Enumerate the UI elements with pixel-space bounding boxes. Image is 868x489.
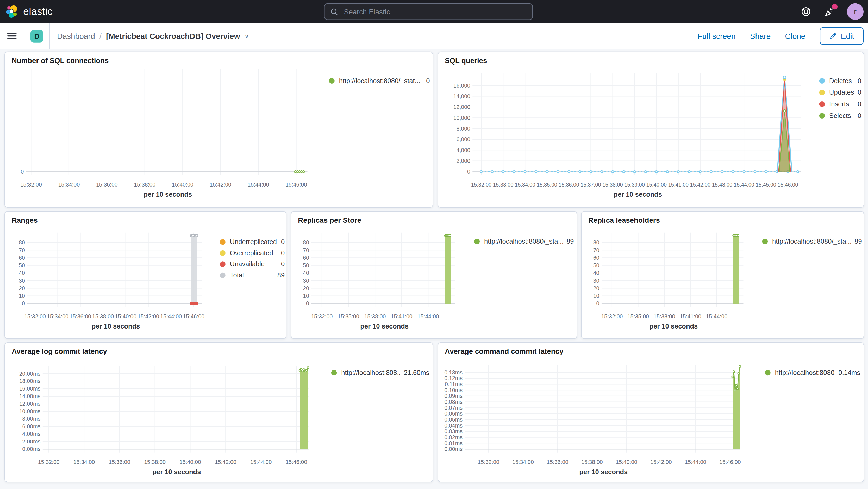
legend-item[interactable]: Total89	[220, 272, 285, 279]
elastic-logo-group[interactable]: elastic	[5, 5, 53, 18]
legend-dot-icon	[220, 239, 225, 245]
panel-sql-queries: SQL queries 15:32:0015:33:0015:34:0015:3…	[437, 52, 864, 208]
svg-text:16,000: 16,000	[454, 83, 470, 89]
dashboard-toolbar: D Dashboard / [Metricbeat CockroachDB] O…	[0, 23, 868, 49]
svg-text:15:46:00: 15:46:00	[719, 459, 741, 465]
breadcrumb-dashboard-link[interactable]: Dashboard	[57, 32, 95, 40]
svg-text:15:42:00: 15:42:00	[137, 313, 159, 320]
svg-text:15:32:00: 15:32:00	[477, 459, 499, 465]
svg-text:0.00ms: 0.00ms	[22, 446, 41, 452]
svg-text:15:32:00: 15:32:00	[471, 182, 492, 188]
global-search[interactable]	[324, 3, 533, 20]
search-icon	[330, 7, 339, 16]
chart-replicas-per-store[interactable]: 15:32:0015:35:0015:38:0015:41:0015:44:00…	[291, 212, 577, 338]
legend-item[interactable]: Underreplicated0	[220, 238, 285, 246]
svg-text:30: 30	[19, 278, 25, 284]
svg-text:15:33:00: 15:33:00	[493, 182, 514, 188]
legend-item[interactable]: Inserts0	[819, 100, 862, 108]
svg-text:70: 70	[593, 247, 599, 253]
edit-button[interactable]: Edit	[820, 27, 864, 45]
panel-title[interactable]: Number of SQL connections	[12, 57, 109, 65]
chart-average-log-commit-latency[interactable]: 15:32:0015:34:0015:36:0015:38:0015:40:00…	[5, 343, 433, 482]
chart-legend: http://localhost:808...21.60ms	[331, 369, 429, 377]
svg-text:per 10 seconds: per 10 seconds	[614, 191, 662, 198]
chart-ranges[interactable]: 15:32:0015:34:0015:36:0015:38:0015:40:00…	[5, 212, 286, 338]
svg-text:0: 0	[306, 300, 309, 307]
panel-number-of-sql-connections: Number of SQL connections 15:32:0015:34:…	[4, 52, 433, 208]
legend-item[interactable]: http://localhost:808...21.60ms	[331, 369, 429, 377]
panel-title[interactable]: Average command commit latency	[445, 347, 563, 356]
chart-replica-leaseholders[interactable]: 15:32:0015:35:0015:38:0015:41:0015:44:00…	[582, 212, 864, 338]
search-input[interactable]	[343, 7, 527, 17]
page-title[interactable]: [Metricbeat CockroachDB] Overview	[106, 32, 240, 40]
svg-text:per 10 seconds: per 10 seconds	[650, 323, 698, 330]
breadcrumb: Dashboard / [Metricbeat CockroachDB] Ove…	[57, 32, 249, 40]
svg-text:4.00ms: 4.00ms	[22, 431, 41, 437]
svg-text:15:42:00: 15:42:00	[215, 459, 237, 465]
panel-title[interactable]: SQL queries	[445, 57, 487, 65]
full-screen-button[interactable]: Full screen	[698, 32, 736, 40]
space-badge[interactable]: D	[30, 30, 43, 42]
svg-text:0.05ms: 0.05ms	[444, 417, 463, 423]
legend-item[interactable]: Unavailable0	[220, 260, 285, 268]
svg-text:2,000: 2,000	[457, 158, 470, 164]
chart-sql-queries[interactable]: 15:32:0015:33:0015:34:0015:35:0015:36:00…	[438, 52, 864, 207]
legend-item[interactable]: Overreplicated0	[220, 249, 285, 257]
chart-legend: http://localhost:8080/_sta...89	[474, 238, 574, 245]
legend-item[interactable]: http://localhost:8080/_stat...0	[329, 77, 430, 85]
svg-text:80: 80	[303, 239, 309, 246]
svg-text:2.00ms: 2.00ms	[22, 438, 41, 445]
legend-value: 0	[854, 89, 861, 96]
svg-text:15:34:00: 15:34:00	[512, 459, 534, 465]
chart-canvas: 15:32:0015:35:0015:38:0015:41:0015:44:00…	[582, 212, 865, 339]
legend-label: http://localhost:8080/_sta...	[772, 238, 851, 245]
legend-item[interactable]: http://localhost:8080/_sta...89	[762, 238, 862, 245]
legend-item[interactable]: Updates0	[819, 89, 862, 96]
legend-item[interactable]: http://localhost:8080...0.14ms	[765, 369, 860, 377]
legend-item[interactable]: Deletes0	[819, 77, 862, 85]
svg-text:15:38:00: 15:38:00	[654, 313, 675, 320]
legend-dot-icon	[819, 101, 825, 107]
svg-text:15:38:00: 15:38:00	[581, 459, 603, 465]
svg-text:15:43:00: 15:43:00	[712, 182, 733, 188]
svg-text:10: 10	[303, 293, 309, 299]
avatar[interactable]: r	[847, 3, 864, 20]
svg-text:15:32:00: 15:32:00	[311, 313, 333, 320]
svg-text:0.03ms: 0.03ms	[444, 428, 463, 434]
svg-text:0.01ms: 0.01ms	[444, 440, 463, 447]
legend-item[interactable]: http://localhost:8080/_sta...89	[474, 238, 574, 245]
svg-text:20: 20	[303, 285, 309, 292]
legend-dot-icon	[819, 90, 825, 95]
svg-text:15:32:00: 15:32:00	[20, 182, 42, 188]
svg-text:30: 30	[303, 278, 309, 284]
legend-item[interactable]: Selects0	[819, 112, 862, 120]
svg-text:per 10 seconds: per 10 seconds	[153, 468, 201, 476]
svg-text:60: 60	[19, 255, 25, 261]
news-icon[interactable]	[824, 6, 835, 17]
share-button[interactable]: Share	[750, 32, 771, 40]
legend-value: 21.60ms	[401, 369, 429, 377]
svg-text:per 10 seconds: per 10 seconds	[360, 323, 409, 330]
chevron-down-icon[interactable]: ∨	[245, 32, 249, 40]
pencil-icon	[829, 32, 837, 40]
panel-title[interactable]: Average log commit latency	[12, 347, 107, 356]
panel-title[interactable]: Ranges	[12, 216, 38, 224]
panel-title[interactable]: Replicas per Store	[298, 216, 361, 224]
svg-text:15:41:00: 15:41:00	[391, 313, 412, 320]
svg-text:15:36:00: 15:36:00	[69, 313, 91, 320]
svg-text:15:42:00: 15:42:00	[650, 459, 672, 465]
svg-text:15:44:00: 15:44:00	[250, 459, 272, 465]
clone-button[interactable]: Clone	[785, 32, 806, 40]
chart-average-command-commit-latency[interactable]: 15:32:0015:34:0015:36:0015:38:0015:40:00…	[438, 343, 864, 482]
chart-canvas: 15:32:0015:35:0015:38:0015:41:0015:44:00…	[291, 212, 578, 339]
menu-icon[interactable]	[0, 23, 25, 49]
chart-sql-connections[interactable]: 15:32:0015:34:0015:36:0015:38:0015:40:00…	[5, 52, 433, 207]
svg-text:14.00ms: 14.00ms	[19, 393, 41, 399]
help-icon[interactable]	[801, 6, 812, 17]
svg-text:15:40:00: 15:40:00	[646, 182, 667, 188]
legend-label: http://localhost:808...	[341, 369, 401, 377]
notification-dot	[832, 4, 838, 9]
panel-title[interactable]: Replica leaseholders	[588, 216, 660, 224]
svg-text:10,000: 10,000	[454, 115, 470, 121]
svg-text:15:35:00: 15:35:00	[338, 313, 360, 320]
